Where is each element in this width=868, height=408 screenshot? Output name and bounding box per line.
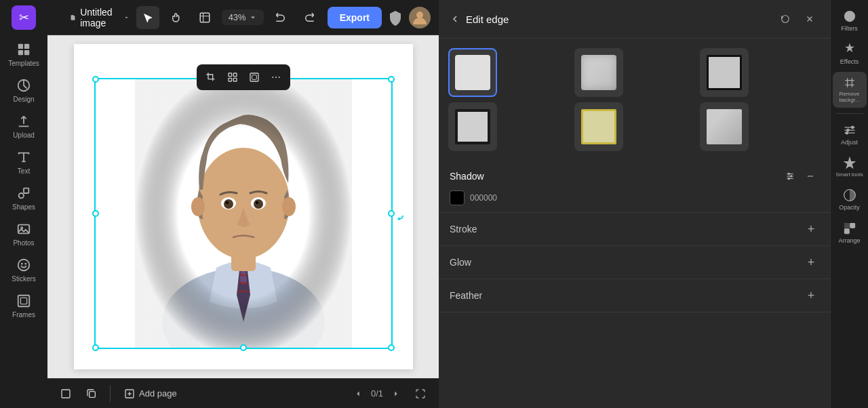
group-button[interactable] (222, 67, 243, 87)
crop-button[interactable] (201, 67, 221, 87)
shadow-title: Shadow (450, 171, 484, 182)
fullscreen-button[interactable] (410, 384, 431, 404)
panel-close-button[interactable] (800, 9, 819, 28)
panel-back-button[interactable] (450, 14, 460, 24)
person-svg (135, 78, 352, 349)
prev-page-button[interactable] (349, 385, 367, 403)
file-name-area[interactable]: Untitled image (70, 7, 129, 28)
header-center: 43% (136, 6, 321, 29)
ri-effects[interactable]: Effects (833, 39, 867, 69)
ri-smart-tools[interactable]: Smart tools (833, 152, 867, 182)
svg-rect-43 (135, 78, 352, 349)
ri-filters-label: Filters (841, 25, 858, 32)
ri-opacity-label: Opacity (839, 204, 860, 211)
floating-toolbar (197, 64, 290, 90)
sidebar-item-photos[interactable]: Photos (2, 218, 45, 251)
svg-rect-4 (18, 50, 23, 55)
ri-adjust[interactable]: Adjust (833, 119, 867, 150)
edit-edge-panel: Edit edge Shadow (439, 0, 830, 408)
svg-rect-22 (233, 78, 237, 81)
sidebar-item-text[interactable]: Text (2, 146, 45, 179)
svg-point-18 (416, 12, 423, 18)
export-button[interactable]: Export (328, 7, 382, 28)
ri-remove-bg[interactable]: Remove backgr... (833, 72, 867, 108)
sidebar-item-upload[interactable]: Upload (2, 110, 45, 143)
redo-button[interactable] (298, 6, 321, 29)
svg-point-26 (275, 77, 277, 78)
shadow-color-swatch[interactable] (450, 190, 465, 205)
ri-adjust-label: Adjust (841, 139, 858, 146)
app-logo: ✂ (12, 5, 36, 30)
svg-rect-20 (233, 73, 237, 77)
preset-hard[interactable] (700, 48, 749, 97)
file-dropdown-icon (123, 13, 130, 22)
svg-rect-19 (229, 73, 232, 77)
svg-rect-14 (18, 295, 30, 307)
preset-yellow-glow[interactable] (574, 102, 623, 151)
bottom-bar: Add page 0/1 (47, 378, 439, 408)
stroke-section[interactable]: Stroke + (439, 213, 830, 246)
svg-text:✂: ✂ (19, 11, 29, 24)
preset-dark-border[interactable] (448, 102, 497, 151)
svg-rect-45 (90, 391, 96, 397)
preset-none[interactable] (448, 48, 497, 97)
header: Untitled image 43% (47, 0, 439, 35)
svg-point-12 (21, 263, 23, 265)
ri-opacity[interactable]: Opacity (833, 184, 867, 215)
page-settings-button[interactable] (56, 384, 76, 404)
glow-title: Glow (450, 257, 471, 268)
sidebar-item-stickers[interactable]: Stickers (2, 253, 45, 287)
zoom-value: 43% (229, 12, 246, 22)
feather-title: Feather (450, 290, 482, 301)
svg-rect-8 (24, 188, 28, 193)
shadow-settings-button[interactable] (781, 167, 799, 185)
left-sidebar: ✂ Templates Design Upload Text Shapes Ph… (0, 0, 47, 408)
sidebar-item-design[interactable]: Design (2, 74, 45, 107)
more-options-button[interactable] (266, 67, 286, 87)
feather-add-button[interactable]: + (803, 287, 819, 304)
add-page-label: Add page (139, 388, 177, 399)
preset-fade[interactable] (700, 102, 749, 151)
svg-rect-62 (844, 229, 849, 234)
ri-arrange[interactable]: Arrange (833, 218, 867, 248)
svg-rect-15 (20, 298, 26, 304)
svg-rect-63 (850, 224, 854, 228)
header-right: Export (328, 7, 431, 28)
preset-soft[interactable] (574, 48, 623, 97)
panel-reset-button[interactable] (776, 9, 795, 28)
shield-icon (387, 9, 403, 26)
rotate-icon (395, 211, 404, 220)
select-tool-button[interactable] (136, 6, 159, 29)
ri-remove-bg-label: Remove backgr... (835, 91, 864, 104)
next-page-button[interactable] (387, 385, 405, 403)
ri-filters[interactable]: Filters (833, 5, 867, 36)
duplicate-page-button[interactable] (81, 384, 102, 404)
avatar[interactable] (409, 7, 431, 28)
frame-tool-button[interactable] (193, 6, 216, 29)
canvas-page[interactable] (74, 44, 413, 369)
stroke-add-button[interactable]: + (803, 221, 819, 237)
shadow-hex-value: 000000 (470, 193, 819, 203)
svg-rect-23 (250, 73, 258, 81)
undo-button[interactable] (269, 6, 292, 29)
svg-rect-24 (252, 75, 256, 80)
feather-section[interactable]: Feather + (439, 279, 830, 312)
sidebar-item-templates[interactable]: Templates (2, 38, 45, 71)
svg-rect-21 (229, 78, 232, 81)
ri-smart-tools-label: Smart tools (835, 172, 863, 178)
sidebar-item-shapes[interactable]: Shapes (2, 182, 45, 215)
shadow-remove-button[interactable] (802, 167, 819, 185)
panel-title: Edit edge (466, 14, 770, 25)
person-image (94, 78, 393, 349)
svg-point-55 (791, 176, 792, 177)
svg-rect-3 (24, 44, 29, 49)
sidebar-item-frames[interactable]: Frames (2, 289, 45, 323)
glow-section[interactable]: Glow + (439, 246, 830, 279)
file-name: Untitled image (80, 7, 119, 28)
frame-button[interactable] (244, 67, 264, 87)
stroke-title: Stroke (450, 224, 477, 234)
hand-tool-button[interactable] (165, 6, 188, 29)
add-page-button[interactable]: Add page (119, 386, 182, 402)
glow-add-button[interactable]: + (803, 254, 819, 270)
zoom-control[interactable]: 43% (222, 9, 264, 25)
